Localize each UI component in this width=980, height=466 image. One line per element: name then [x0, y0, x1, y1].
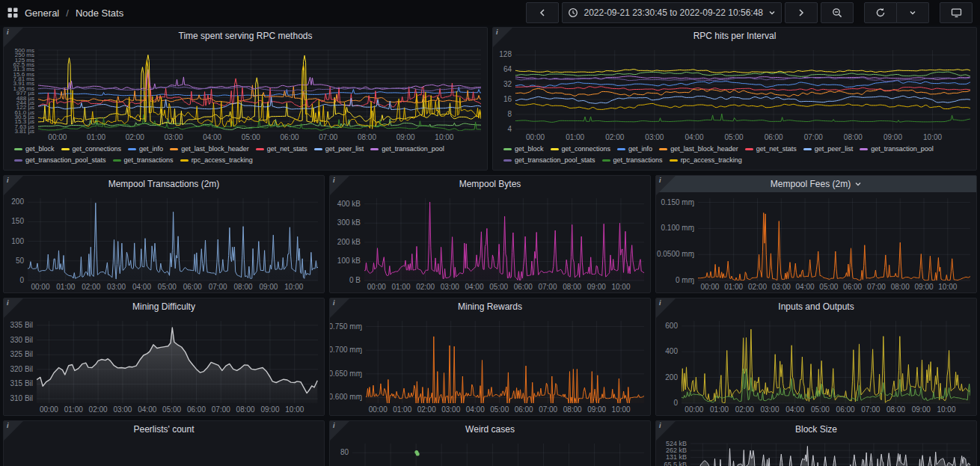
- dashboards-grid-icon[interactable]: [7, 7, 18, 18]
- zoom-out-button[interactable]: [821, 2, 854, 23]
- chart-area[interactable]: 65.5 kB131 kB262 kB524 kB00:0001:0002:00…: [656, 438, 976, 466]
- panel-header[interactable]: Mining Difficulty: [4, 298, 324, 315]
- chart-canvas[interactable]: 4816326412800:0001:0002:0003:0004:0005:0…: [493, 44, 976, 143]
- chart-canvas[interactable]: 00:0001:0002:0003:0004:0005:0006:0007:00…: [4, 438, 324, 466]
- svg-text:200 kB: 200 kB: [337, 238, 361, 246]
- refresh-button[interactable]: [864, 2, 897, 23]
- legend-item-get-peer-list[interactable]: get_peer_list: [314, 144, 364, 154]
- panel-title[interactable]: Mining Rewards: [458, 301, 522, 312]
- chart-area[interactable]: 8000:0001:0002:0003:0004:0005:0006:0007:…: [330, 438, 650, 466]
- panel-info-icon[interactable]: i: [4, 298, 23, 318]
- panel-title[interactable]: Mempool Bytes: [459, 179, 521, 189]
- legend-label: get_transactions: [124, 156, 174, 165]
- panel-info-icon[interactable]: i: [656, 421, 676, 441]
- legend-item-get-connections[interactable]: get_connections: [61, 144, 122, 154]
- svg-text:07:00: 07:00: [867, 283, 886, 291]
- panel-header[interactable]: Mempool Bytes: [330, 176, 650, 192]
- legend-item-get-info[interactable]: get_info: [128, 144, 163, 154]
- kiosk-mode-button[interactable]: [940, 2, 973, 23]
- legend-item-rpc-access-tracking[interactable]: rpc_access_tracking: [180, 156, 253, 165]
- legend-swatch: [617, 148, 625, 150]
- svg-text:04:00: 04:00: [138, 405, 156, 414]
- chart-canvas[interactable]: 05010015020000:0001:0002:0003:0004:0005:…: [4, 192, 324, 292]
- svg-text:02:00: 02:00: [82, 283, 100, 291]
- panel-info-icon[interactable]: i: [4, 421, 23, 441]
- refresh-interval-dropdown[interactable]: [897, 2, 929, 23]
- time-range-picker[interactable]: 2022-09-21 23:30:45 to 2022-09-22 10:56:…: [562, 2, 782, 23]
- panel-info-icon[interactable]: i: [330, 176, 349, 195]
- panel-info-icon[interactable]: i: [493, 28, 512, 47]
- panel-title[interactable]: Mining Difficulty: [132, 301, 195, 312]
- chart-canvas[interactable]: 3.81 µs7.63 µs15.3 µs30.5 µs61.0 µs122 µ…: [4, 44, 487, 143]
- panel-info-letter: i: [659, 422, 661, 429]
- panel-info-icon[interactable]: i: [4, 176, 23, 195]
- legend-item-get-peer-list[interactable]: get_peer_list: [803, 144, 854, 154]
- legend-item-get-last-block-header[interactable]: get_last_block_header: [170, 144, 249, 154]
- breadcrumb-section[interactable]: General: [25, 7, 59, 19]
- panel-header[interactable]: RPC hits per Interval: [493, 28, 976, 44]
- panel-title[interactable]: Mempool Transactions (2m): [108, 179, 220, 189]
- legend-item-rpc-access-tracking[interactable]: rpc_access_tracking: [670, 156, 742, 165]
- panel-info-icon[interactable]: i: [4, 28, 23, 47]
- chart-area[interactable]: 020040060000:0001:0002:0003:0004:0005:00…: [656, 315, 976, 415]
- panel-info-icon[interactable]: i: [656, 298, 676, 318]
- panel-header[interactable]: Time spent serving RPC methods: [4, 28, 487, 44]
- panel-header[interactable]: Mempool Transactions (2m): [4, 176, 324, 192]
- legend-item-get-info[interactable]: get_info: [617, 144, 652, 154]
- legend-item-get-transaction-pool[interactable]: get_transaction_pool: [860, 144, 934, 154]
- panel-title[interactable]: Block Size: [795, 424, 837, 435]
- chart-canvas[interactable]: 020040060000:0001:0002:0003:0004:0005:00…: [656, 315, 976, 415]
- chart-area[interactable]: 3.81 µs7.63 µs15.3 µs30.5 µs61.0 µs122 µ…: [4, 44, 487, 143]
- chart-canvas[interactable]: 8000:0001:0002:0003:0004:0005:0006:0007:…: [330, 438, 650, 466]
- legend-item-get-net-stats[interactable]: get_net_stats: [745, 144, 797, 154]
- legend-item-get-transaction-pool-stats[interactable]: get_transaction_pool_stats: [503, 156, 595, 165]
- chart-canvas[interactable]: 65.5 kB131 kB262 kB524 kB00:0001:0002:00…: [656, 438, 976, 466]
- chart-canvas[interactable]: 0 B100 kB200 kB300 kB400 kB00:0001:0002:…: [330, 192, 650, 292]
- chart-canvas[interactable]: 310 Bil315 Bil320 Bil325 Bil330 Bil335 B…: [4, 315, 324, 415]
- panel-header[interactable]: Mining Rewards: [330, 298, 650, 315]
- panel-header[interactable]: Peerlists' count: [4, 421, 324, 438]
- legend-item-get-transactions[interactable]: get_transactions: [602, 156, 663, 165]
- breadcrumb-page[interactable]: Node Stats: [76, 7, 123, 19]
- chart-area[interactable]: 0 B100 kB200 kB300 kB400 kB00:0001:0002:…: [330, 192, 650, 292]
- svg-text:05:00: 05:00: [490, 405, 509, 414]
- legend-item-get-connections[interactable]: get_connections: [551, 144, 611, 154]
- chart-area[interactable]: 00:0001:0002:0003:0004:0005:0006:0007:00…: [4, 438, 324, 466]
- panel-title[interactable]: Inputs and Outputs: [778, 301, 854, 312]
- chart-area[interactable]: 4816326412800:0001:0002:0003:0004:0005:0…: [493, 44, 976, 143]
- svg-text:07:00: 07:00: [212, 405, 230, 414]
- chart-area[interactable]: 0.600 mɱ0.650 mɱ0.700 mɱ0.750 mɱ00:0001:…: [330, 315, 650, 415]
- panel-info-icon[interactable]: i: [656, 176, 676, 195]
- legend-item-get-block[interactable]: get_block: [14, 144, 55, 154]
- legend-item-get-transaction-pool-stats[interactable]: get_transaction_pool_stats: [14, 156, 106, 165]
- panel-info-icon[interactable]: i: [330, 298, 349, 318]
- legend-item-get-block[interactable]: get_block: [503, 144, 544, 154]
- chart-canvas[interactable]: 0.600 mɱ0.650 mɱ0.700 mɱ0.750 mɱ00:0001:…: [330, 315, 650, 415]
- svg-text:0.600 mɱ: 0.600 mɱ: [330, 393, 362, 401]
- time-range-forward-button[interactable]: [785, 2, 818, 23]
- panel-title[interactable]: RPC hits per Interval: [693, 31, 777, 41]
- panel-title[interactable]: Weird cases: [465, 424, 515, 435]
- panel-title[interactable]: Time spent serving RPC methods: [179, 31, 313, 41]
- chart-area[interactable]: 310 Bil315 Bil320 Bil325 Bil330 Bil335 B…: [4, 315, 324, 415]
- time-range-back-button[interactable]: [526, 2, 559, 23]
- panel-info-icon[interactable]: i: [330, 421, 349, 441]
- panel-header[interactable]: Block Size: [656, 421, 976, 438]
- legend-item-get-net-stats[interactable]: get_net_stats: [256, 144, 307, 154]
- legend-item-get-transaction-pool[interactable]: get_transaction_pool: [370, 144, 444, 154]
- panel-header[interactable]: Mempool Fees (2m): [656, 176, 976, 192]
- chart-area[interactable]: 0 mɱ0.0500 mɱ0.100 mɱ0.150 mɱ00:0001:000…: [656, 192, 976, 292]
- panel-header[interactable]: Inputs and Outputs: [656, 298, 976, 315]
- panel-weird-cases: iWeird cases8000:0001:0002:0003:0004:000…: [329, 420, 651, 466]
- panel-title[interactable]: Peerlists' count: [134, 424, 195, 435]
- panel-mempool-transactions-2m: iMempool Transactions (2m)05010015020000…: [3, 175, 325, 293]
- chart-area[interactable]: 05010015020000:0001:0002:0003:0004:0005:…: [4, 192, 324, 292]
- chart-canvas[interactable]: 0 mɱ0.0500 mɱ0.100 mɱ0.150 mɱ00:0001:000…: [656, 192, 976, 292]
- panel-header[interactable]: Weird cases: [330, 421, 650, 438]
- svg-text:06:00: 06:00: [281, 133, 299, 141]
- panel-title[interactable]: Mempool Fees (2m): [771, 179, 851, 189]
- legend-item-get-last-block-header[interactable]: get_last_block_header: [659, 144, 738, 154]
- svg-text:06:00: 06:00: [843, 283, 862, 291]
- legend-item-get-transactions[interactable]: get_transactions: [113, 156, 174, 165]
- svg-text:05:00: 05:00: [811, 405, 830, 414]
